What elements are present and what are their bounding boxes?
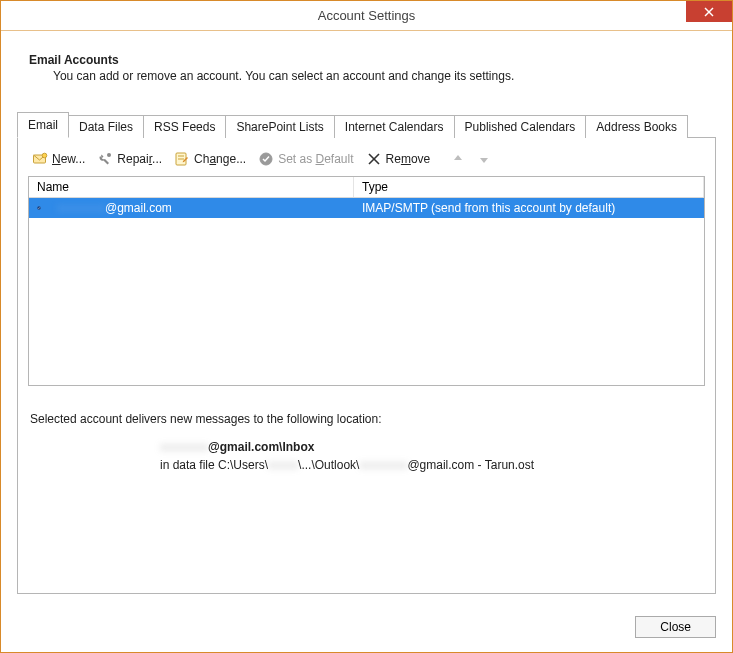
tab-email[interactable]: Email: [17, 112, 69, 138]
delivery-folder: xxxxxxxx@gmail.com\Inbox: [160, 440, 705, 454]
tab-rss-feeds[interactable]: RSS Feeds: [143, 115, 226, 138]
tab-address-books[interactable]: Address Books: [585, 115, 688, 138]
tab-internet-calendars[interactable]: Internet Calendars: [334, 115, 455, 138]
move-up-button: [449, 151, 467, 167]
accounts-list[interactable]: Name Type xxxxxxxx@gmail.com IMAP/SMTP (…: [28, 176, 705, 386]
tab-panel-email: New... Repair... Change... Set as Defaul…: [17, 137, 716, 594]
account-name-cell: xxxxxxxx@gmail.com: [49, 201, 354, 215]
remove-icon: [366, 151, 382, 167]
arrow-up-icon: [451, 152, 465, 166]
set-default-button: Set as Default: [256, 150, 355, 168]
check-badge-icon: [37, 201, 41, 215]
default-account-icon: [29, 201, 49, 215]
accounts-list-header: Name Type: [29, 177, 704, 198]
change-account-button[interactable]: Change...: [172, 150, 248, 168]
move-down-button: [475, 151, 493, 167]
tab-published-calendars[interactable]: Published Calendars: [454, 115, 587, 138]
repair-account-button[interactable]: Repair...: [95, 150, 164, 168]
new-mail-icon: [32, 151, 48, 167]
tab-data-files[interactable]: Data Files: [68, 115, 144, 138]
dialog-body: Email Accounts You can add or remove an …: [1, 31, 732, 606]
section-heading: Email Accounts: [29, 53, 716, 67]
delivery-intro: Selected account delivers new messages t…: [30, 412, 705, 426]
window-close-button[interactable]: [686, 1, 732, 22]
section-subheading: You can add or remove an account. You ca…: [53, 69, 716, 83]
arrow-down-icon: [477, 152, 491, 166]
column-header-name[interactable]: Name: [29, 177, 354, 197]
tabstrip: Email Data Files RSS Feeds SharePoint Li…: [17, 111, 716, 137]
close-button[interactable]: Close: [635, 616, 716, 638]
titlebar: Account Settings: [1, 1, 732, 31]
account-type-cell: IMAP/SMTP (send from this account by def…: [354, 201, 704, 215]
dialog-footer: Close: [1, 606, 732, 652]
remove-account-button[interactable]: Remove: [364, 150, 433, 168]
accounts-list-body: xxxxxxxx@gmail.com IMAP/SMTP (send from …: [29, 198, 704, 385]
window-title: Account Settings: [1, 8, 732, 23]
column-header-type[interactable]: Type: [354, 177, 704, 197]
new-account-button[interactable]: New...: [30, 150, 87, 168]
check-circle-icon: [258, 151, 274, 167]
delivery-location: Selected account delivers new messages t…: [28, 412, 705, 472]
change-icon: [174, 151, 190, 167]
svg-point-4: [107, 153, 111, 157]
accounts-toolbar: New... Repair... Change... Set as Defaul…: [28, 148, 705, 176]
account-settings-window: Account Settings Email Accounts You can …: [0, 0, 733, 653]
delivery-datafile: in data file C:\Users\xxxxx\...\Outlook\…: [160, 458, 705, 472]
account-row[interactable]: xxxxxxxx@gmail.com IMAP/SMTP (send from …: [29, 198, 704, 218]
repair-icon: [97, 151, 113, 167]
svg-point-3: [42, 153, 47, 158]
close-icon: [704, 7, 714, 17]
tab-sharepoint-lists[interactable]: SharePoint Lists: [225, 115, 334, 138]
